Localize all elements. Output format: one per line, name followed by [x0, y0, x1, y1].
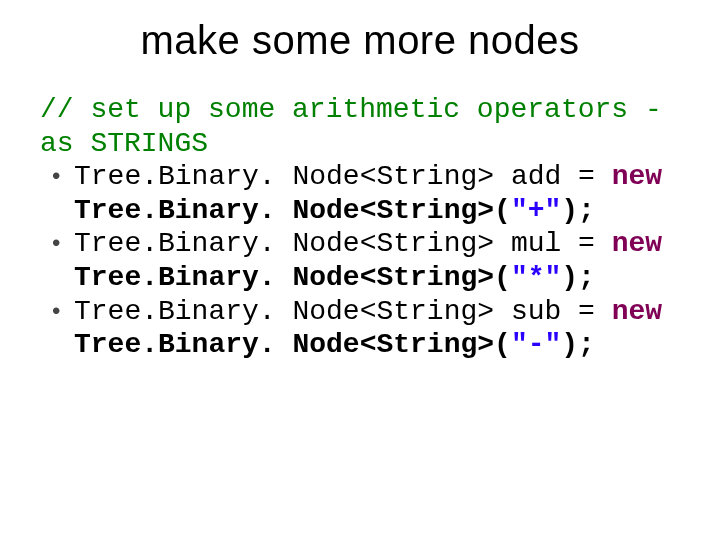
decl-type: Tree.Binary. Node<String>: [74, 296, 494, 327]
kw-new: new: [612, 228, 662, 259]
code-item: Tree.Binary. Node<String> mul = new Tree…: [52, 227, 680, 294]
open-paren: (: [494, 262, 511, 293]
var-name: sub: [511, 296, 561, 327]
code-comment: // set up some arithmetic operators - as…: [40, 93, 680, 160]
eq: =: [561, 228, 611, 259]
eq: =: [561, 161, 611, 192]
slide-title: make some more nodes: [40, 18, 680, 63]
code-list: Tree.Binary. Node<String> add = new Tree…: [40, 160, 680, 362]
close-paren: );: [561, 262, 595, 293]
kw-new: new: [612, 296, 662, 327]
code-item: Tree.Binary. Node<String> sub = new Tree…: [52, 295, 680, 362]
var-name: add: [511, 161, 561, 192]
slide: make some more nodes // set up some arit…: [0, 0, 720, 540]
open-paren: (: [494, 195, 511, 226]
code-block: // set up some arithmetic operators - as…: [40, 93, 680, 362]
decl-type: Tree.Binary. Node<String>: [74, 161, 494, 192]
open-paren: (: [494, 329, 511, 360]
string-literal: "+": [511, 195, 561, 226]
decl-type: Tree.Binary. Node<String>: [74, 228, 494, 259]
close-paren: );: [561, 329, 595, 360]
ctor-type: Tree.Binary. Node<String>: [74, 329, 494, 360]
ctor-type: Tree.Binary. Node<String>: [74, 195, 494, 226]
eq: =: [561, 296, 611, 327]
close-paren: );: [561, 195, 595, 226]
kw-new: new: [612, 161, 662, 192]
string-literal: "*": [511, 262, 561, 293]
code-item: Tree.Binary. Node<String> add = new Tree…: [52, 160, 680, 227]
string-literal: "-": [511, 329, 561, 360]
ctor-type: Tree.Binary. Node<String>: [74, 262, 494, 293]
var-name: mul: [511, 228, 561, 259]
